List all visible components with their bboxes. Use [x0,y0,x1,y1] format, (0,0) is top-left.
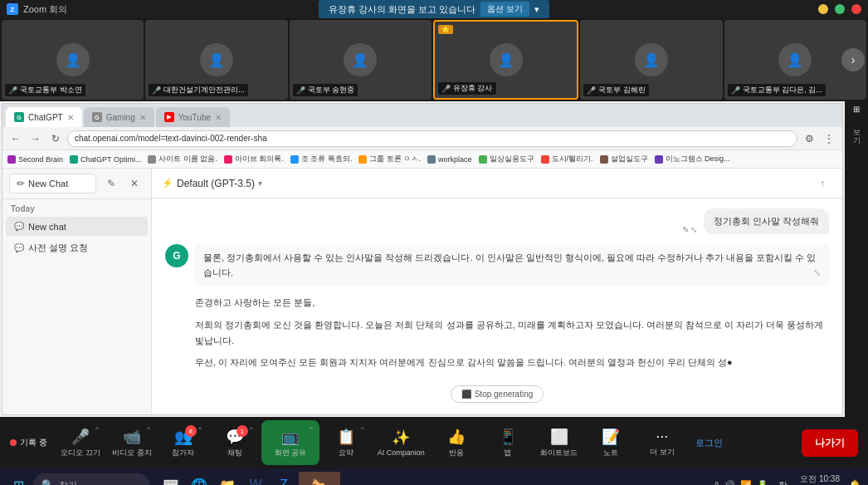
whiteboard-label: 화이트보드 [540,448,578,458]
widgets-icon: 📰 [163,478,179,486]
sidebar-icon-group: ✎ ✕ [101,174,144,194]
maximize-button[interactable] [835,4,845,14]
tray-icon-1: 🔊 [724,480,735,486]
zoom-logo-icon: Z [7,3,18,15]
zoom-login-button[interactable]: 로그인 [689,437,729,449]
bookmark-item-7[interactable]: workplace [427,155,472,164]
zoom-tool-more[interactable]: ··· 더 보기 [637,420,687,465]
browser-tab-chatgpt[interactable]: G ChatGPT ✕ [6,107,82,127]
language-indicator[interactable]: 한 [775,478,791,486]
chat-edit-icon[interactable]: ✎ [121,221,129,232]
bookmark-label-5: 조 조류 특효되. [301,154,353,164]
bookmark-label-9: 도시/헬리기. [552,154,593,164]
chat-messages[interactable]: ✎ ⤡ 정기총회 인사말 작성해줘 G 물론, 정기총회에서 사용할 수 있는 … [152,198,842,414]
bookmark-item-6[interactable]: 그룹 토론 ㅇㅅ. [358,154,421,164]
model-selector[interactable]: ⚡ Default (GPT-3.5) ▾ [162,178,262,189]
mic-icon-6: 🎤 [731,86,740,95]
bookmark-icon-10 [600,155,608,164]
zoom-leave-button[interactable]: 나가기 [802,429,858,457]
taskbar-app-zoom[interactable]: Z [271,472,297,485]
bookmark-item-4[interactable]: 아이브 회의록. [224,154,284,164]
reload-button[interactable]: ↻ [47,130,64,147]
start-button[interactable]: ⊞ [5,472,32,485]
edit-message-button[interactable]: ✎ [682,225,689,234]
taskbar-thumbnail[interactable]: 🐎 [299,472,340,485]
bookmark-item-5[interactable]: 조 조류 특효되. [290,154,353,164]
zoom-tool-reaction[interactable]: 👍 반응 [432,420,481,465]
zoom-banner-options[interactable]: 옵션 보기 [480,2,529,17]
browser-tab-youtube[interactable]: ▶ YouTube ✕ [156,107,230,127]
sidebar-compose-button[interactable]: ✎ [101,174,121,194]
browser-tab-gaming[interactable]: G Gaming ✕ [84,107,154,127]
extensions-button[interactable]: ⚙ [801,130,817,147]
zoom-tool-chat[interactable]: ^ 💬 채팅 1 [210,420,260,465]
share-caret-icon[interactable]: ^ [310,425,313,433]
video-cell-2: 👤 🎤 대한건설기계안전관리... [145,20,287,100]
stop-generating-button[interactable]: ⬛ Stop generating [451,385,544,403]
tray-expand-icon[interactable]: ^ [714,481,719,486]
zoom-tool-share[interactable]: ^ 📺 화면 공유 [261,420,319,465]
taskbar-search[interactable]: 🔍 찾기 [33,473,149,485]
zoom-tool-whiteboard[interactable]: ⬜ 화이트보드 [534,420,584,465]
bookmark-item-11[interactable]: 이노그램스 Desig... [655,154,730,164]
video-name-3: 🎤 국토부 송현중 [293,84,358,96]
zoom-panel-toggle[interactable]: ⊞ [853,105,860,114]
zoom-tool-apps[interactable]: 📱 앱 [483,420,533,465]
forward-button[interactable]: → [27,130,44,147]
mic-icon-3: 🎤 [296,86,305,95]
bookmark-item-1[interactable]: Second Brain [7,155,63,164]
bookmark-item-8[interactable]: 일상실용도구 [479,154,534,164]
new-chat-label: New Chat [28,179,68,189]
participant-name-6: 국토교통부 김다은, 김... [743,85,822,96]
bookmark-item-3[interactable]: 사이트 이름 없음. [148,154,217,164]
zoom-tool-ai-companion[interactable]: ✨ AI Companion [373,420,430,465]
zoom-tool-summary[interactable]: ^ 📋 요약 [321,420,371,465]
address-bar[interactable]: chat.openai.com/model=text-davinci-002-r… [67,130,797,147]
bookmark-icon-1 [7,155,16,164]
more-button[interactable]: ⋮ [821,130,837,147]
bookmark-item-9[interactable]: 도시/헬리기. [541,154,593,164]
zoom-tool-participants[interactable]: ^ 👥 참가자 8 [158,420,208,465]
audio-caret-icon[interactable]: ^ [95,425,99,433]
system-tray: ^ 🔊 📶 🔋 [714,480,768,486]
close-button[interactable] [851,4,861,14]
mic-icon-5: 🎤 [587,86,596,95]
new-chat-button[interactable]: ✏ New Chat [9,174,96,194]
chatgpt-interface: ✏ New Chat ✎ ✕ Today 💬 New chat ✎ ⋮ [2,169,842,414]
edge-icon: 🌐 [191,478,207,486]
taskbar-app-word[interactable]: W [242,472,269,485]
zoom-tool-notes[interactable]: 📝 노트 [586,420,636,465]
chat-delete-icon[interactable]: ⋮ [130,221,139,232]
bookmark-item-10[interactable]: 설업실도구 [600,154,648,164]
taskbar-app-edge[interactable]: 🌐 [186,472,212,485]
participants-caret-icon[interactable]: ^ [198,425,202,433]
avatar-6: 👤 [778,43,812,76]
back-button[interactable]: ← [7,130,24,147]
sidebar-chat-item-1[interactable]: 💬 New chat ✎ ⋮ [6,217,148,236]
minimize-button[interactable] [818,4,828,14]
zoom-tool-audio[interactable]: ^ 🎤 오디오 끄기 [56,420,105,465]
user-message-1: ✎ ⤡ 정기총회 인사말 작성해줘 [165,208,829,234]
share-button[interactable]: ↑ [812,174,832,194]
new-chat-plus-icon: ✏ [17,178,25,189]
notification-center-button[interactable]: 🔔 [846,477,863,485]
browser-tabs-bar: G ChatGPT ✕ G Gaming ✕ ▶ YouTube ✕ [2,104,842,127]
tab-close-youtube[interactable]: ✕ [215,113,222,122]
taskbar-app-widgets[interactable]: 📰 [158,472,184,485]
resize-message-button[interactable]: ⤡ [690,225,697,234]
tab-close-chatgpt[interactable]: ✕ [67,113,74,122]
taskbar-search-placeholder: 찾기 [59,479,77,486]
video-nav-next-button[interactable]: › [841,48,865,71]
taskbar-app-explorer[interactable]: 📁 [214,472,241,485]
summary-caret-icon[interactable]: ^ [361,425,364,433]
zoom-topbar: Z Zoom 회의 유장휴 강사의 화면을 보고 있습니다 옵션 보기 ▾ [0,0,868,18]
bookmark-item-2[interactable]: ChatGPT Optimi... [70,155,141,164]
zoom-tool-video[interactable]: ^ 📹 비디오 중지 [107,420,157,465]
resize-icon[interactable]: ⤡ [813,266,821,281]
chat-caret-icon[interactable]: ^ [250,425,253,433]
video-caret-icon[interactable]: ^ [147,425,150,433]
tab-close-gaming[interactable]: ✕ [139,113,146,122]
sidebar-chat-item-2[interactable]: 💬 사전 설명 요청 [6,238,148,258]
zoom-banner[interactable]: 유장휴 강사의 화면을 보고 있습니다 옵션 보기 ▾ [319,0,549,18]
sidebar-close-button[interactable]: ✕ [124,174,144,194]
